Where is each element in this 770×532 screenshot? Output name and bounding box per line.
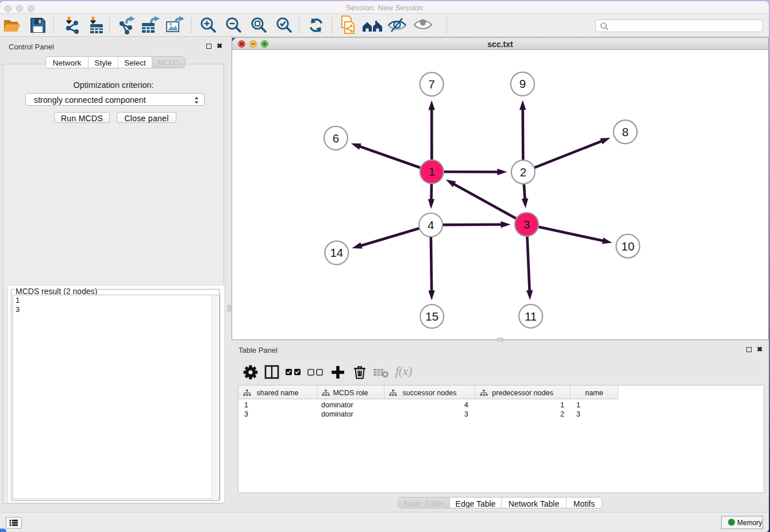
svg-text:15: 15 (425, 310, 438, 323)
svg-text:11: 11 (525, 310, 537, 323)
svg-text:2: 2 (520, 165, 526, 179)
svg-text:7: 7 (428, 78, 434, 91)
svg-text:9: 9 (519, 77, 526, 90)
svg-text:6: 6 (333, 132, 339, 145)
svg-text:8: 8 (622, 125, 628, 138)
svg-text:14: 14 (330, 246, 343, 259)
svg-text:3: 3 (523, 218, 530, 231)
svg-text:1: 1 (429, 165, 435, 178)
svg-text:4: 4 (428, 218, 434, 232)
svg-text:10: 10 (621, 240, 634, 253)
